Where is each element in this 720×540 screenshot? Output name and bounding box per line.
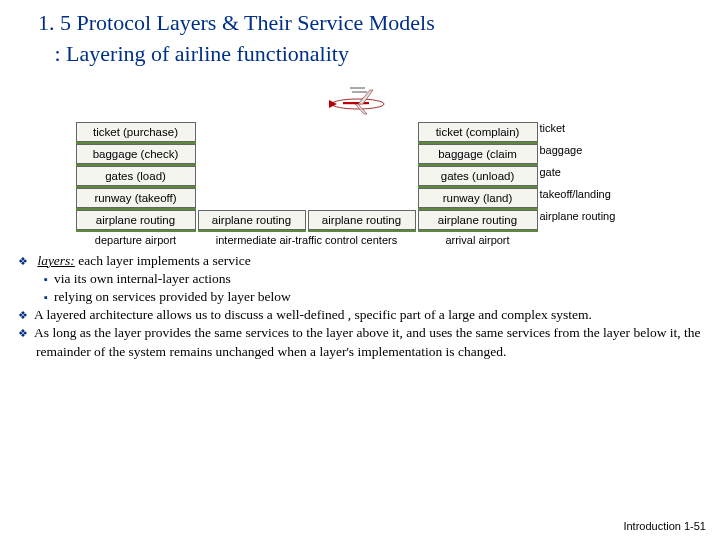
- footer-label: Introduction: [623, 520, 680, 532]
- cell: airplane routing: [308, 210, 416, 230]
- layer-diagram: ticket (purchase) ticket (complain) tick…: [30, 80, 690, 246]
- col-label-mid: intermediate air-traffic control centers: [198, 234, 416, 246]
- layer-label: takeoff/landing: [540, 188, 645, 208]
- layers-word: layers:: [37, 253, 75, 268]
- column-labels: departure airport intermediate air-traff…: [30, 234, 690, 246]
- layer-label: gate: [540, 166, 645, 186]
- layer-row-runway: runway (takeoff) runway (land) takeoff/l…: [30, 188, 690, 208]
- bullet-3: As long as the layer provides the same s…: [36, 324, 702, 360]
- cell: airplane routing: [198, 210, 306, 230]
- layer-row-ticket: ticket (purchase) ticket (complain) tick…: [30, 122, 690, 142]
- bullet-list: layers: each layer implements a service …: [18, 252, 702, 361]
- layer-label: airplane routing: [540, 210, 645, 230]
- layer-row-gates: gates (load) gates (unload) gate: [30, 166, 690, 186]
- cell: baggage (check): [76, 144, 196, 164]
- bullet-1a: via its own internal-layer actions: [60, 270, 702, 288]
- bullet-2: A layered architecture allows us to disc…: [36, 306, 702, 324]
- layer-row-baggage: baggage (check) baggage (claim baggage: [30, 144, 690, 164]
- bullet-1: layers: each layer implements a service: [36, 252, 702, 270]
- layer-label: baggage: [540, 144, 645, 164]
- cell: runway (takeoff): [76, 188, 196, 208]
- cell: baggage (claim: [418, 144, 538, 164]
- cell: runway (land): [418, 188, 538, 208]
- airplane-icon: [325, 80, 395, 118]
- cell: ticket (purchase): [76, 122, 196, 142]
- cell: airplane routing: [76, 210, 196, 230]
- cell: ticket (complain): [418, 122, 538, 142]
- title-line-2: : Layering of airline functionality: [55, 41, 349, 66]
- col-label-left: departure airport: [76, 234, 196, 246]
- layer-label: ticket: [540, 122, 645, 142]
- cell: gates (load): [76, 166, 196, 186]
- slide-title: 1. 5 Protocol Layers & Their Service Mod…: [38, 8, 702, 70]
- cell: gates (unload): [418, 166, 538, 186]
- slide-footer: Introduction 1-51: [623, 520, 706, 532]
- cell: airplane routing: [418, 210, 538, 230]
- footer-page: 1-51: [684, 520, 706, 532]
- title-line-1: 1. 5 Protocol Layers & Their Service Mod…: [38, 10, 435, 35]
- col-label-right: arrival airport: [418, 234, 538, 246]
- bullet-1b: relying on services provided by layer be…: [60, 288, 702, 306]
- layer-row-routing: airplane routing airplane routing airpla…: [30, 210, 690, 230]
